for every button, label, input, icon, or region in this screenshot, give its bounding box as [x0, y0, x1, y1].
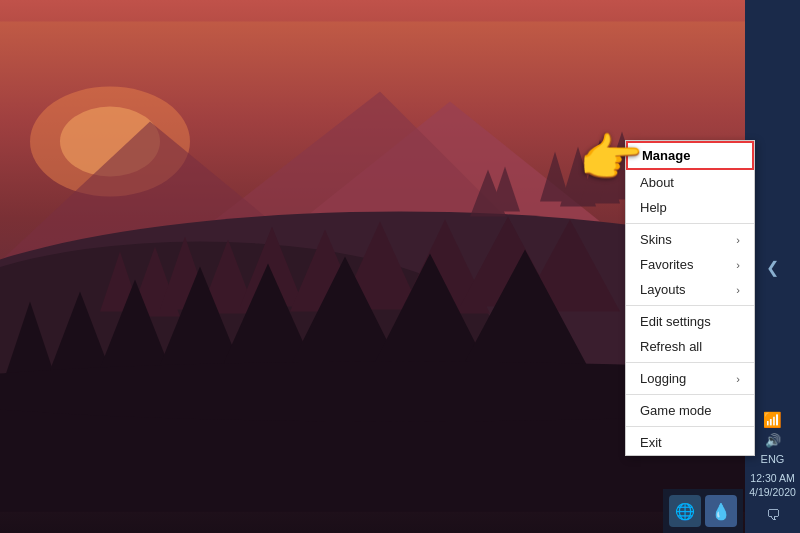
- menu-item-label-skins: Skins: [640, 232, 672, 247]
- taskbar-droplet-icon[interactable]: 💧: [705, 495, 737, 527]
- menu-item-about[interactable]: About: [626, 170, 754, 195]
- eng-label[interactable]: ENG: [761, 452, 785, 466]
- menu-separator: [626, 394, 754, 395]
- clock-time: 12:30 AM 4/19/2020: [749, 471, 796, 500]
- menu-item-skins[interactable]: Skins›: [626, 227, 754, 252]
- menu-item-label-edit-settings: Edit settings: [640, 314, 711, 329]
- menu-item-favorites[interactable]: Favorites›: [626, 252, 754, 277]
- submenu-arrow-icon: ›: [736, 234, 740, 246]
- menu-item-edit-settings[interactable]: Edit settings: [626, 309, 754, 334]
- menu-separator: [626, 305, 754, 306]
- menu-item-label-exit: Exit: [640, 435, 662, 450]
- menu-item-layouts[interactable]: Layouts›: [626, 277, 754, 302]
- menu-item-label-help: Help: [640, 200, 667, 215]
- menu-item-refresh-all[interactable]: Refresh all: [626, 334, 754, 359]
- menu-separator: [626, 362, 754, 363]
- taskbar-globe-icon[interactable]: 🌐: [669, 495, 701, 527]
- menu-item-logging[interactable]: Logging›: [626, 366, 754, 391]
- system-tray: 📶 🔊 ENG 12:30 AM 4/19/2020 🗨: [749, 411, 796, 523]
- notification-icon[interactable]: 🗨: [766, 507, 780, 523]
- chevron-left-button[interactable]: ❮: [766, 257, 779, 276]
- menu-item-label-about: About: [640, 175, 674, 190]
- menu-item-label-favorites: Favorites: [640, 257, 693, 272]
- wifi-icon[interactable]: 📶: [763, 411, 782, 429]
- menu-item-help[interactable]: Help: [626, 195, 754, 220]
- hand-cursor-icon: 👈: [580, 128, 645, 189]
- menu-item-game-mode[interactable]: Game mode: [626, 398, 754, 423]
- menu-item-manage[interactable]: Manage: [626, 141, 754, 170]
- menu-item-label-game-mode: Game mode: [640, 403, 712, 418]
- submenu-arrow-icon: ›: [736, 284, 740, 296]
- menu-item-exit[interactable]: Exit: [626, 430, 754, 455]
- submenu-arrow-icon: ›: [736, 259, 740, 271]
- menu-item-label-refresh-all: Refresh all: [640, 339, 702, 354]
- taskbar-system-icons: 🌐 💧: [663, 489, 743, 533]
- volume-icon[interactable]: 🔊: [765, 433, 781, 448]
- menu-item-label-layouts: Layouts: [640, 282, 686, 297]
- menu-separator: [626, 223, 754, 224]
- submenu-arrow-icon: ›: [736, 373, 740, 385]
- menu-item-label-manage: Manage: [642, 148, 690, 163]
- menu-separator: [626, 426, 754, 427]
- menu-item-label-logging: Logging: [640, 371, 686, 386]
